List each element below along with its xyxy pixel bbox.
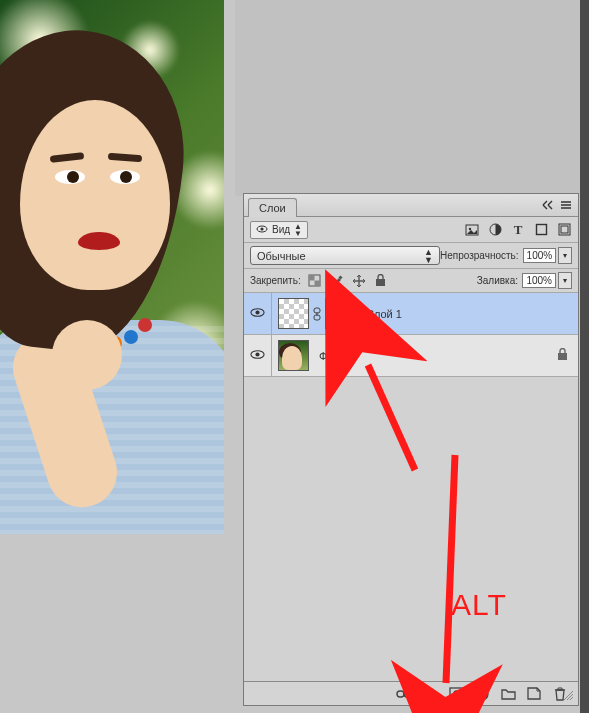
svg-rect-20 — [558, 353, 567, 360]
svg-rect-22 — [404, 691, 411, 697]
layer-mask-thumbnail[interactable] — [325, 298, 356, 329]
fill-value[interactable]: 100% — [522, 273, 556, 288]
opacity-value[interactable]: 100% — [523, 248, 557, 263]
delete-layer-icon[interactable] — [552, 686, 568, 702]
filter-shape-icon[interactable] — [533, 222, 549, 238]
lock-row: Закрепить: Заливка: 100% ▾ — [244, 269, 578, 293]
fx-icon[interactable]: fx▾ — [422, 686, 438, 702]
lock-all-icon[interactable] — [372, 273, 390, 289]
layer-thumbnail[interactable] — [278, 298, 309, 329]
link-layers-icon[interactable] — [396, 686, 412, 702]
svg-point-24 — [453, 690, 459, 696]
panel-footer: fx▾ — [244, 681, 578, 705]
workspace-background — [235, 0, 580, 196]
panel-collapse-icon[interactable] — [540, 197, 556, 213]
svg-point-1 — [260, 227, 263, 230]
annotation-text: ALT — [451, 588, 507, 622]
document-image — [0, 0, 224, 534]
layer-list: Слой 1 Фон — [244, 293, 578, 681]
layer-row[interactable]: Слой 1 — [244, 293, 578, 335]
lock-pixels-icon[interactable] — [328, 273, 346, 289]
visibility-toggle[interactable] — [244, 335, 272, 376]
chevron-updown-icon: ▲▼ — [424, 248, 433, 264]
svg-rect-5 — [536, 225, 546, 235]
blend-row: Обычные ▲▼ Непрозрачность: 100% ▾ — [244, 243, 578, 269]
layers-panel: Слои Вид ▲▼ T Обычные ▲▼ Непрозрачнос — [243, 193, 579, 706]
svg-rect-7 — [561, 226, 568, 233]
lock-label: Закрепить: — [250, 275, 301, 286]
opacity-label: Непрозрачность: — [440, 250, 519, 261]
mask-link-icon[interactable] — [312, 307, 322, 321]
filter-pixel-icon[interactable] — [464, 222, 480, 238]
filter-smart-icon[interactable] — [556, 222, 572, 238]
filter-kind-select[interactable]: Вид ▲▼ — [250, 221, 308, 239]
fill-stepper[interactable]: ▾ — [558, 272, 572, 289]
layer-name[interactable]: Слой 1 — [366, 308, 402, 320]
svg-rect-12 — [376, 279, 385, 286]
svg-point-3 — [469, 227, 471, 229]
filter-type-icon[interactable]: T — [510, 222, 526, 238]
eye-icon — [250, 347, 265, 364]
lock-icon — [557, 348, 568, 363]
filter-kind-label: Вид — [272, 224, 290, 235]
fill-label: Заливка: — [477, 275, 518, 286]
layer-row[interactable]: Фон — [244, 335, 578, 377]
right-gutter — [580, 0, 589, 713]
svg-point-14 — [255, 310, 259, 314]
panel-menu-icon[interactable] — [558, 197, 574, 213]
svg-rect-9 — [309, 275, 315, 281]
eye-icon — [256, 224, 268, 236]
filter-adjust-icon[interactable] — [487, 222, 503, 238]
opacity-stepper[interactable]: ▾ — [558, 247, 572, 264]
tab-layers[interactable]: Слои — [248, 198, 297, 217]
layer-thumbnail[interactable] — [278, 340, 309, 371]
panel-tabbar: Слои — [244, 194, 578, 217]
add-mask-icon[interactable] — [448, 686, 464, 702]
svg-rect-21 — [397, 691, 404, 697]
lock-transparency-icon[interactable] — [306, 273, 324, 289]
blend-mode-value: Обычные — [257, 250, 306, 262]
new-adjustment-icon[interactable] — [474, 686, 490, 702]
new-layer-icon[interactable] — [526, 686, 542, 702]
canvas-area[interactable] — [0, 0, 235, 560]
new-group-icon[interactable] — [500, 686, 516, 702]
eye-icon — [250, 305, 265, 322]
visibility-toggle[interactable] — [244, 293, 272, 334]
svg-point-19 — [255, 352, 259, 356]
svg-rect-10 — [315, 281, 321, 287]
lock-position-icon[interactable] — [350, 273, 368, 289]
filter-row: Вид ▲▼ T — [244, 217, 578, 243]
blend-mode-select[interactable]: Обычные ▲▼ — [250, 246, 440, 265]
chevron-updown-icon: ▲▼ — [294, 223, 302, 237]
layer-name[interactable]: Фон — [319, 350, 340, 362]
